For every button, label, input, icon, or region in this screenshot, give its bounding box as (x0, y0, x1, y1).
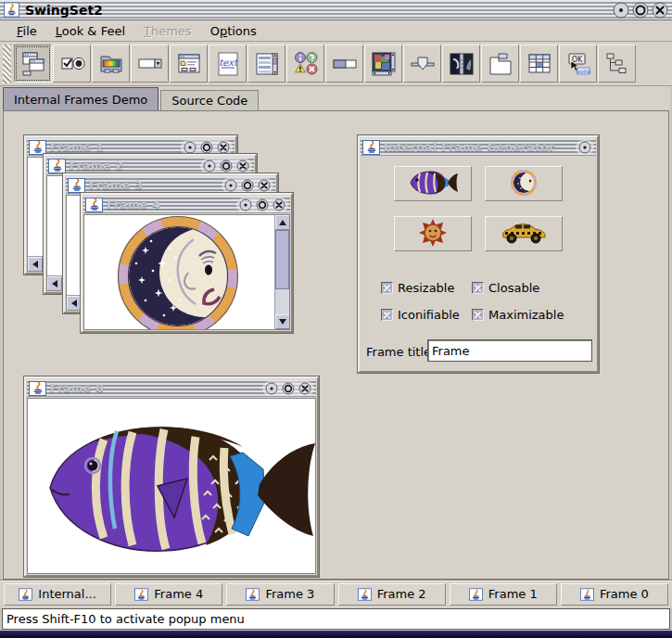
toolbar-drag-handle[interactable] (3, 45, 11, 83)
toolbar-progress-bar-button[interactable] (325, 45, 363, 83)
frame-iconify-button[interactable] (224, 179, 237, 192)
scroll-left-button[interactable] (28, 257, 43, 272)
frame4-titlebar[interactable]: Frame 4 (83, 196, 290, 213)
frame-menu-icon[interactable] (29, 381, 46, 396)
internal-frame-0[interactable]: Frame 0 (24, 376, 319, 577)
frame-menu-icon[interactable] (29, 140, 46, 155)
toolbar-tool-tip-button[interactable]: OK tooltip (559, 45, 597, 83)
frame-iconify-button[interactable] (239, 198, 252, 211)
frame-iconify-button[interactable] (184, 141, 197, 154)
taskbar-frame-0[interactable]: Frame 0 (561, 583, 668, 606)
frame-close-button[interactable] (236, 160, 249, 172)
frame-menu-icon[interactable] (68, 178, 85, 193)
frame-menu-icon[interactable] (85, 198, 103, 212)
toolbar-split-pane-button[interactable] (442, 45, 480, 83)
svg-text:OK: OK (571, 55, 582, 63)
taskbar-frame-3[interactable]: Frame 3 (226, 583, 334, 606)
frame2-titlebar[interactable]: Frame 2 (46, 157, 254, 174)
checkbox-closable[interactable]: Closable (472, 281, 539, 295)
frame-maximize-button[interactable] (220, 160, 233, 172)
moon-image (84, 215, 289, 330)
frame-close-button[interactable] (273, 198, 285, 211)
toolbar-scroll-pane-button[interactable] (364, 45, 402, 83)
menu-file[interactable]: File (9, 22, 44, 40)
scroll-left-button[interactable] (47, 276, 62, 291)
frame-iconify-button[interactable] (578, 141, 591, 154)
minimize-button[interactable] (613, 2, 629, 19)
maximize-button[interactable] (632, 2, 649, 19)
status-text: Press Shift-F10 to activate popup menu (6, 612, 245, 626)
taskbar-button-label: Internal... (38, 587, 96, 601)
checkbox-checked-icon (472, 309, 484, 321)
taskbar-button-label: Frame 0 (600, 587, 649, 601)
tab-source-code[interactable]: Source Code (160, 90, 259, 110)
toolbar-tree-button[interactable] (598, 45, 636, 83)
generator-titlebar[interactable]: Internal Frame Generator (361, 138, 596, 156)
scroll-down-button[interactable] (275, 314, 290, 329)
scroll-up-button[interactable] (275, 215, 290, 230)
vertical-scrollbar[interactable] (274, 215, 289, 329)
frame-menu-icon[interactable] (362, 140, 380, 155)
frame-title: Frame 1 (50, 141, 177, 154)
frame-title: Frame 0 (50, 382, 259, 395)
taskbar-button-label: Frame 2 (377, 587, 426, 601)
frame-close-button[interactable] (258, 179, 271, 192)
toolbar-file-chooser-button[interactable] (170, 45, 208, 83)
checkbox-checked-icon (381, 309, 393, 321)
internal-frames-icon (19, 50, 47, 78)
frame-iconify-button[interactable] (265, 382, 278, 395)
checkbox-label: Iconifiable (398, 308, 460, 322)
frame-maximize-button[interactable] (200, 141, 213, 154)
frame0-titlebar[interactable]: Frame 0 (27, 379, 316, 397)
frame-menu-icon[interactable] (48, 159, 66, 173)
svg-text:text: text (219, 57, 239, 68)
toolbar-buttons-button[interactable] (53, 45, 91, 83)
slider-icon (409, 50, 437, 78)
checkbox-maximizable[interactable]: Maximizable (472, 308, 564, 322)
fish-image (28, 399, 315, 574)
frame-iconify-button[interactable] (203, 160, 216, 172)
toolbar-slider-button[interactable] (403, 45, 441, 83)
menu-look-and-feel[interactable]: Look & Feel (48, 22, 133, 40)
generator-moon-button[interactable] (485, 166, 563, 201)
checkbox-iconifiable[interactable]: Iconifiable (381, 308, 460, 322)
frame-close-button[interactable] (298, 382, 311, 395)
generator-cab-button[interactable] (485, 216, 563, 251)
taskbar-frame-2[interactable]: Frame 2 (338, 583, 446, 606)
menu-options[interactable]: Options (203, 22, 264, 40)
frame3-titlebar[interactable]: Frame 3 (66, 176, 275, 194)
taskbar-frame-4[interactable]: Frame 4 (115, 583, 222, 606)
scroll-left-button[interactable] (67, 296, 82, 311)
tab-internal-frames-demo[interactable]: Internal Frames Demo (3, 87, 158, 110)
toolbar-table-button[interactable] (520, 45, 558, 83)
demo-tabs: Internal Frames Demo Source Code (3, 87, 259, 110)
frame-close-button[interactable] (217, 141, 230, 154)
combo-box-icon (136, 50, 164, 78)
checkbox-label: Resizable (398, 281, 454, 295)
toolbar-option-pane-button[interactable] (286, 45, 324, 83)
taskbar-frame-1[interactable]: Frame 1 (450, 583, 557, 606)
close-button[interactable] (652, 2, 668, 19)
frame4-content (83, 214, 290, 330)
window-titlebar[interactable]: SwingSet2 (0, 0, 672, 20)
taskbar-internal-frame-generator[interactable]: Internal... (4, 583, 111, 606)
internal-frame-4[interactable]: Frame 4 (81, 193, 293, 333)
frame-maximize-button[interactable] (282, 382, 295, 395)
toolbar-list-button[interactable] (247, 45, 285, 83)
split-pane-icon (448, 50, 475, 78)
internal-frame-generator[interactable]: Internal Frame Generator (358, 135, 599, 373)
checkbox-resizable[interactable]: Resizable (381, 281, 454, 295)
toolbar-html-text-button[interactable]: text (209, 45, 247, 83)
toolbar-color-chooser-button[interactable] (92, 45, 130, 83)
frame-title-input[interactable] (427, 339, 592, 362)
list-icon (253, 50, 281, 78)
generator-fish-button[interactable] (394, 166, 472, 201)
frame-maximize-button[interactable] (256, 198, 269, 211)
frame-maximize-button[interactable] (241, 179, 254, 192)
toolbar-combo-box-button[interactable] (131, 45, 169, 83)
toolbar-tabbed-pane-button[interactable] (481, 45, 519, 83)
scrollbar-thumb[interactable] (275, 230, 289, 289)
taskbar-button-label: Frame 3 (265, 587, 314, 601)
generator-sun-button[interactable] (394, 216, 472, 251)
toolbar-internal-frames-button[interactable] (14, 45, 52, 83)
